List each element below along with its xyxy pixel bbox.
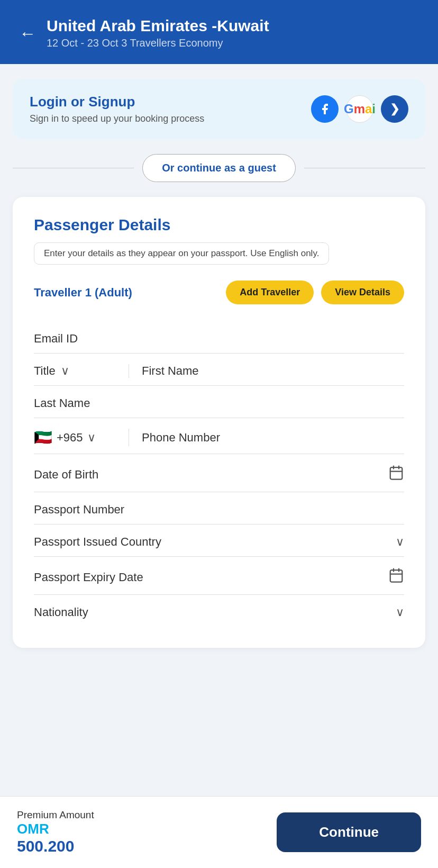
back-button[interactable]: ← — [19, 25, 36, 42]
last-name-label: Last Name — [34, 396, 404, 410]
continue-button[interactable]: Continue — [277, 812, 421, 852]
header: ← United Arab Emirates -Kuwait 12 Oct - … — [0, 0, 438, 64]
view-details-button[interactable]: View Details — [321, 281, 404, 304]
nationality-chevron-icon: ∨ — [396, 605, 404, 619]
kuwait-flag-icon: 🇰🇼 — [34, 429, 52, 446]
phone-number-label: Phone Number — [142, 431, 220, 445]
passenger-details-title: Passenger Details — [34, 216, 404, 234]
amount-value: 500.200 — [17, 837, 94, 855]
phone-number-field[interactable]: Phone Number — [129, 431, 404, 445]
header-title: United Arab Emirates -Kuwait — [47, 17, 269, 35]
guest-continue-button[interactable]: Or continue as a guest — [142, 154, 296, 182]
login-banner: Login or Signup Sign in to speed up your… — [13, 79, 425, 139]
login-icons: Gmai ❯ — [311, 95, 408, 123]
amount-label: Premium Amount — [17, 809, 94, 821]
header-text: United Arab Emirates -Kuwait 12 Oct - 23… — [47, 17, 269, 49]
login-title: Login or Signup — [30, 94, 204, 110]
passport-number-label: Passport Number — [34, 503, 404, 517]
passport-country-field[interactable]: Passport Issued Country ∨ — [34, 525, 404, 557]
passport-country-label: Passport Issued Country — [34, 535, 396, 549]
dob-calendar-icon — [388, 465, 404, 484]
passport-number-field[interactable]: Passport Number — [34, 492, 404, 525]
divider-right — [304, 168, 425, 168]
title-label: Title — [34, 364, 56, 378]
divider-section: Or continue as a guest — [13, 154, 425, 182]
email-label: Email ID — [34, 332, 404, 346]
divider-left — [13, 168, 134, 168]
more-login-button[interactable]: ❯ — [381, 95, 408, 123]
passport-note: Enter your details as they appear on you… — [34, 242, 329, 265]
passenger-details-card: Passenger Details Enter your details as … — [13, 197, 425, 648]
nationality-field[interactable]: Nationality ∨ — [34, 595, 404, 627]
add-traveller-button[interactable]: Add Traveller — [226, 281, 314, 304]
traveller-label: Traveller 1 (Adult) — [34, 286, 132, 300]
traveller-row: Traveller 1 (Adult) Add Traveller View D… — [34, 281, 404, 304]
title-field[interactable]: Title ∨ — [34, 364, 129, 378]
email-field[interactable]: Email ID — [34, 321, 404, 354]
first-name-field[interactable]: First Name — [129, 364, 404, 378]
title-chevron-icon: ∨ — [61, 364, 69, 378]
phone-prefix-selector[interactable]: 🇰🇼 +965 ∨ — [34, 429, 129, 446]
login-text: Login or Signup Sign in to speed up your… — [30, 94, 204, 124]
dob-label: Date of Birth — [34, 468, 388, 482]
passport-country-chevron-icon: ∨ — [396, 535, 404, 549]
svg-rect-0 — [390, 467, 403, 480]
first-name-label: First Name — [142, 364, 404, 378]
phone-code: +965 — [57, 431, 83, 445]
amount-currency: OMR — [17, 821, 94, 837]
dob-field[interactable]: Date of Birth — [34, 454, 404, 492]
amount-section: Premium Amount OMR 500.200 — [17, 809, 94, 855]
passport-expiry-label: Passport Expiry Date — [34, 571, 388, 584]
passport-expiry-field[interactable]: Passport Expiry Date — [34, 557, 404, 595]
facebook-login-button[interactable] — [311, 95, 339, 123]
svg-rect-4 — [390, 570, 403, 582]
name-row: Title ∨ First Name — [34, 354, 404, 386]
bottom-bar: Premium Amount OMR 500.200 Continue — [0, 796, 438, 868]
nationality-label: Nationality — [34, 605, 396, 619]
traveller-actions: Add Traveller View Details — [226, 281, 404, 304]
last-name-field[interactable]: Last Name — [34, 386, 404, 418]
header-subtitle: 12 Oct - 23 Oct 3 Travellers Economy — [47, 37, 269, 49]
login-subtitle: Sign in to speed up your booking process — [30, 113, 204, 124]
phone-row: 🇰🇼 +965 ∨ Phone Number — [34, 418, 404, 454]
passport-expiry-calendar-icon — [388, 567, 404, 587]
gmail-login-button[interactable]: Gmai — [346, 95, 373, 123]
phone-code-chevron-icon: ∨ — [87, 431, 96, 445]
